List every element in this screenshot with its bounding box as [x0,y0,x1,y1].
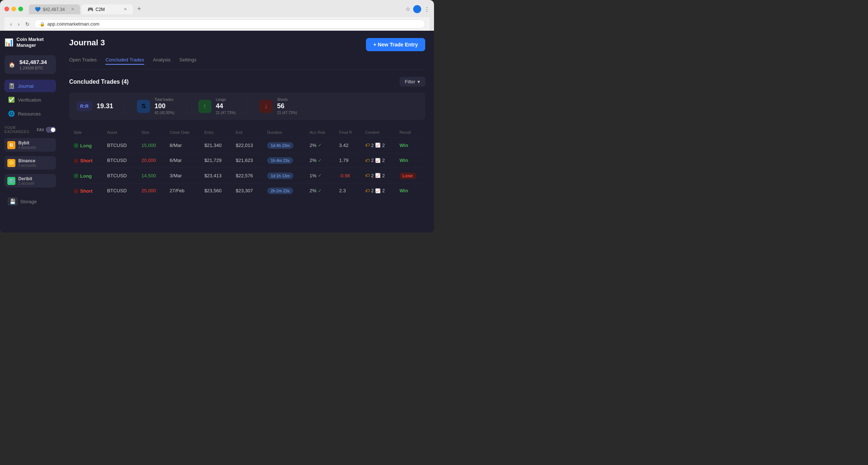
total-trades-value: 100 [154,102,174,110]
cell-duration-1: 1h 4m 23s [263,153,305,168]
new-tab-button[interactable]: + [134,4,144,14]
col-asset: Asset [103,127,137,138]
result-badge-3: Win [400,188,408,193]
bookmark-button[interactable]: ☆ [405,6,410,12]
cell-risk-0: 2% ✓ [305,138,335,153]
cell-entry-2: $23,413 [200,168,231,184]
sidebar-item-storage[interactable]: 💾 Storage [4,195,56,208]
logo-icon: 📊 [4,38,14,47]
cell-final-r-0: 3.42 [335,138,361,153]
concluded-title: Concluded Trades (4) [69,79,129,85]
close-traffic-light[interactable] [4,7,9,11]
result-badge-2: Lose [400,173,416,179]
binance-info: Binance 3 accounts [18,158,36,167]
tab-concluded-trades[interactable]: Concluded Trades [105,57,144,65]
deribit-info: Deribit 1 account [18,176,34,185]
wallet-card[interactable]: 🏠 $42,487.34 1.24939 BTC [4,55,56,74]
rr-value: 19.31 [97,102,113,110]
cell-entry-1: $21,729 [200,153,231,168]
tag-icon-1: 🏷 [365,158,370,163]
sidebar-logo: 📊 Coin Market Manager [4,37,56,48]
back-button[interactable]: ‹ [9,20,14,28]
total-trades-icon: ⇅ [137,100,150,113]
cell-date-3: 27/Feb [165,183,200,198]
tag-icon-0: 🏷 [365,143,370,148]
table-row[interactable]: ↓ Short BTCUSD 25,000 27/Feb $23,560 $23… [69,183,425,198]
cell-side-0: ↑ Long [69,138,103,153]
bybit-accounts: 3 accounts [18,145,36,150]
cell-duration-3: 2h 2m 23s [263,183,305,198]
tab-close-2[interactable]: ✕ [124,7,127,12]
cell-final-r-3: 2.3 [335,183,361,198]
duration-badge-0: 1d 4h 23m [267,142,293,149]
rr-details: 19.31 [97,102,113,110]
reload-button[interactable]: ↻ [24,20,31,28]
tab-analysis[interactable]: Analysis [153,57,171,65]
main-content: Journal 3 + New Trade Entry Open Trades … [60,31,434,232]
exchange-item-deribit[interactable]: ⚙️ Deribit 1 account [4,174,56,188]
side-dot-3: ↓ [74,189,79,194]
sidebar-item-label-journal: Journal [18,83,34,89]
filter-button[interactable]: Filter ▾ [400,77,425,87]
exchange-item-binance[interactable]: 🪙 Binance 3 accounts [4,156,56,170]
fav-toggle-switch[interactable] [46,127,56,133]
deribit-icon: ⚙️ [7,177,15,185]
cell-side-2: ↑ Long [69,168,103,184]
exchange-item-bybit[interactable]: B Bybit 3 accounts [4,138,56,152]
shorts-value: 56 [277,102,297,110]
table-header: Side Asset Size Close Date Entry Exit Du… [69,127,425,138]
user-avatar[interactable] [413,5,421,13]
content-cell-2: 🏷2 📈2 [365,173,391,178]
table-row[interactable]: ↑ Long BTCUSD 14,500 3/Mar $23,413 $22,5… [69,168,425,184]
table-row[interactable]: ↑ Long BTCUSD 15,000 8/Mar $21,340 $22,0… [69,138,425,153]
cell-exit-0: $22,013 [231,138,263,153]
sidebar-item-journal[interactable]: 📓 Journal [4,80,56,92]
cell-content-3: 🏷2 📈2 [361,183,395,198]
content-cell-3: 🏷2 📈2 [365,188,391,193]
cell-content-0: 🏷2 📈2 [361,138,395,153]
new-trade-button[interactable]: + New Trade Entry [366,38,425,51]
deribit-accounts: 1 account [18,181,34,185]
cell-date-2: 3/Mar [165,168,200,184]
shorts-icon: ↓ [259,100,273,113]
tab-settings[interactable]: Settings [179,57,197,65]
cell-exit-2: $22,576 [231,168,263,184]
cell-content-1: 🏷2 📈2 [361,153,395,168]
forward-button[interactable]: › [16,20,21,28]
check-icon-0: ✓ [318,143,322,148]
menu-button[interactable]: ⋮ [424,6,430,12]
nav-tabs: Open Trades Concluded Trades Analysis Se… [69,57,425,69]
cell-result-3: Win [395,183,425,198]
tab-close-1[interactable]: ✕ [71,7,74,12]
cell-date-1: 6/Mar [165,153,200,168]
cell-size-2: 14,500 [137,168,165,184]
cell-result-1: Win [395,153,425,168]
total-trades-details: Total trades 100 42 (42.00%) [154,98,174,115]
stat-shorts: ↓ Shorts 56 21 (47.73%) [247,98,308,115]
longs-icon: ↑ [198,100,212,113]
check-icon-2: ✓ [318,173,322,178]
table-row[interactable]: ↓ Short BTCUSD 20,000 6/Mar $21,729 $21,… [69,153,425,168]
cell-risk-3: 2% ✓ [305,183,335,198]
chart-icon-1: 📈 [375,158,381,163]
cell-duration-2: 1d 1h 13m [263,168,305,184]
minimize-traffic-light[interactable] [11,7,16,11]
col-duration: Duration [263,127,305,138]
address-bar[interactable]: 🔒 app.coinmarketman.com [34,19,425,29]
sidebar-item-verification[interactable]: ✅ Verification [4,94,56,106]
tab-favicon-1: 💙 [35,7,41,12]
bybit-name: Bybit [18,140,36,145]
cell-asset-0: BTCUSD [103,138,137,153]
win-rate-value: 42 (42.00%) [154,111,174,115]
tab-label-2: C2M [96,7,105,12]
col-exit: Exit [231,127,263,138]
tab-btc-price[interactable]: 💙 $42,487.34 ✕ [29,4,80,14]
address-text: app.coinmarketman.com [47,21,99,27]
sidebar-item-resources[interactable]: 🌐 Resources [4,107,56,120]
maximize-traffic-light[interactable] [18,7,23,11]
cell-entry-0: $21,340 [200,138,231,153]
tab-c2m[interactable]: 🎮 C2M ✕ [82,4,133,14]
col-acc-risk: Acc Risk [305,127,335,138]
verification-icon: ✅ [8,97,15,103]
tab-open-trades[interactable]: Open Trades [69,57,97,65]
